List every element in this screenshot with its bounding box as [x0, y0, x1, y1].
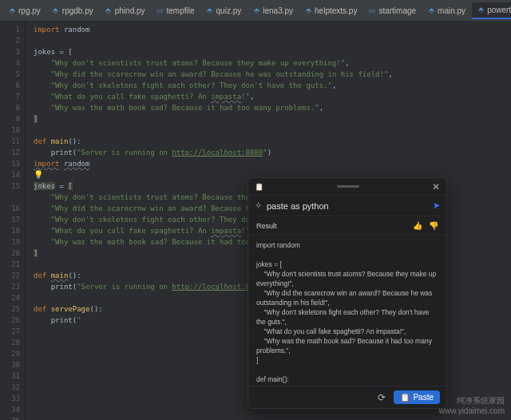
python-icon: ⬘	[206, 6, 214, 14]
tab-main[interactable]: ⬘main.py	[422, 3, 470, 18]
popup-titlebar[interactable]: 📋 ✕	[248, 178, 446, 196]
query-input[interactable]	[267, 201, 428, 211]
python-icon: ⬘	[8, 6, 16, 14]
line-gutter: 123456789101112131415 161718192021222324…	[0, 21, 26, 420]
editor-tabs: ⬘rpg.py ⬘rpgdb.py ⬘phind.py ▭tempfile ⬘q…	[0, 0, 511, 21]
clipboard-icon: 📋	[255, 183, 263, 191]
tab-lena3[interactable]: ⬘lena3.py	[248, 3, 298, 18]
file-icon: ▭	[156, 6, 164, 14]
python-icon: ⬘	[304, 6, 312, 14]
python-icon: ⬘	[52, 6, 60, 14]
watermark: 纯净系统家园 www.yidaimei.com	[439, 395, 505, 415]
popup-result-header: Result 👍 👎	[248, 216, 446, 236]
python-icon: ⬘	[427, 6, 435, 14]
python-icon: ⬘	[252, 6, 260, 14]
tab-tempfile[interactable]: ▭tempfile	[152, 3, 200, 18]
tab-rpgdb[interactable]: ⬘rpgdb.py	[47, 3, 98, 18]
clipboard-icon: 📋	[400, 393, 410, 402]
python-icon: ⬘	[477, 6, 485, 14]
tab-quiz[interactable]: ⬘quiz.py	[201, 3, 247, 18]
python-icon: ⬘	[105, 6, 113, 14]
paste-button[interactable]: 📋Paste	[394, 390, 440, 404]
result-label: Result	[256, 222, 277, 230]
tab-startimage[interactable]: ▭startimage	[363, 3, 421, 18]
wand-icon: ✧	[255, 200, 262, 211]
thumbs-up-icon[interactable]: 👍	[413, 221, 422, 230]
tab-phind[interactable]: ⬘phind.py	[100, 3, 150, 18]
popup-search-row: ✧ ➤	[248, 196, 446, 216]
file-icon: ▭	[368, 6, 376, 14]
send-icon[interactable]: ➤	[433, 200, 440, 211]
powertoys-popup: 📋 ✕ ✧ ➤ Result 👍 👎 import random jokes =…	[248, 177, 447, 409]
popup-result-body[interactable]: import random jokes = [ "Why don't scien…	[248, 236, 446, 386]
thumbs-down-icon[interactable]: 👎	[429, 221, 438, 230]
popup-footer: ⟳ 📋Paste	[248, 386, 446, 408]
tab-helptexts[interactable]: ⬘helptexts.py	[299, 3, 362, 18]
drag-handle-icon[interactable]	[337, 185, 359, 188]
close-icon[interactable]: ✕	[432, 181, 440, 192]
tab-rpg[interactable]: ⬘rpg.py	[3, 3, 46, 18]
refresh-icon[interactable]: ⟳	[378, 392, 386, 403]
tab-powertoys-test[interactable]: ⬘powertoys test.py	[472, 2, 511, 19]
